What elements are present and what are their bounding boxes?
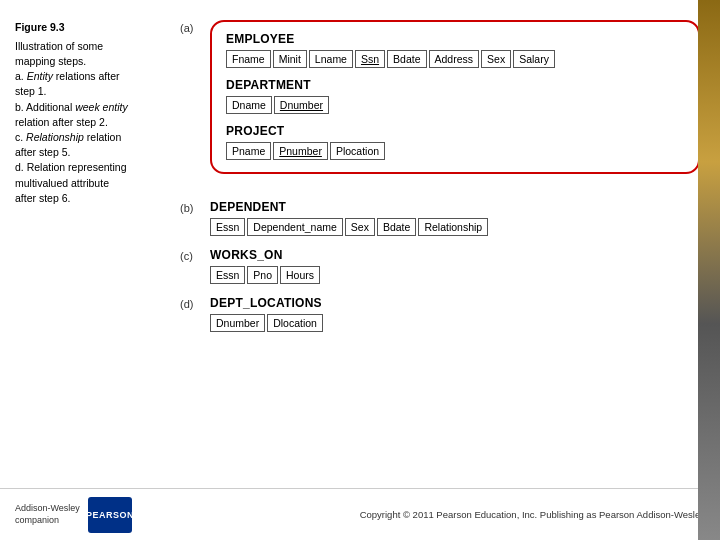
field-essn-c: Essn [210, 266, 245, 284]
figure-title: Figure 9.3 [15, 20, 160, 35]
dependent-title: DEPENDENT [210, 200, 700, 214]
field-pname: Pname [226, 142, 271, 160]
copyright-text: Copyright © 2011 Pearson Education, Inc.… [360, 509, 705, 520]
right-decorative-strip [698, 0, 720, 540]
section-b-schema: DEPENDENT Essn Dependent_name Sex Bdate … [210, 200, 700, 236]
dependent-fields: Essn Dependent_name Sex Bdate Relationsh… [210, 218, 700, 236]
field-sex: Sex [481, 50, 511, 68]
footer-left: Addison-Wesley companion PEARSON [15, 497, 132, 533]
project-title: PROJECT [226, 124, 684, 138]
main-content: Figure 9.3 Illustration of some mapping … [0, 0, 720, 488]
sidebar: Figure 9.3 Illustration of some mapping … [0, 10, 170, 478]
field-pnumber: Pnumber [273, 142, 328, 160]
field-essn-b: Essn [210, 218, 245, 236]
field-dnumber-d: Dnumber [210, 314, 265, 332]
field-bdate-b: Bdate [377, 218, 416, 236]
field-minit: Minit [273, 50, 307, 68]
footer: Addison-Wesley companion PEARSON Copyrig… [0, 488, 720, 540]
field-salary: Salary [513, 50, 555, 68]
section-b-label: (b) [180, 200, 210, 214]
project-schema: PROJECT Pname Pnumber Plocation [226, 124, 684, 160]
field-plocation: Plocation [330, 142, 385, 160]
section-c-schema: WORKS_ON Essn Pno Hours [210, 248, 700, 284]
field-dependent-name: Dependent_name [247, 218, 342, 236]
field-lname: Lname [309, 50, 353, 68]
employee-schema: EMPLOYEE Fname Minit Lname Ssn Bdate Add… [226, 32, 684, 68]
field-hours: Hours [280, 266, 320, 284]
pearson-logo: PEARSON [88, 497, 132, 533]
section-a-red-box: EMPLOYEE Fname Minit Lname Ssn Bdate Add… [210, 20, 700, 174]
section-d-label: (d) [180, 296, 210, 310]
field-dname: Dname [226, 96, 272, 114]
department-schema: DEPARTMENT Dname Dnumber [226, 78, 684, 114]
publisher-line1: Addison-Wesley [15, 503, 80, 515]
works-on-fields: Essn Pno Hours [210, 266, 700, 284]
dept-locations-fields: Dnumber Dlocation [210, 314, 700, 332]
department-title: DEPARTMENT [226, 78, 684, 92]
page-container: Figure 9.3 Illustration of some mapping … [0, 0, 720, 540]
field-relationship: Relationship [418, 218, 488, 236]
department-fields: Dname Dnumber [226, 96, 684, 114]
addison-text: Addison-Wesley companion [15, 503, 80, 526]
field-dlocation: Dlocation [267, 314, 323, 332]
field-bdate: Bdate [387, 50, 426, 68]
field-ssn: Ssn [355, 50, 385, 68]
section-a-row: (a) EMPLOYEE Fname Minit Lname Ssn Bdate… [180, 20, 700, 188]
section-b-row: (b) DEPENDENT Essn Dependent_name Sex Bd… [180, 200, 700, 236]
section-c-label: (c) [180, 248, 210, 262]
dept-locations-title: DEPT_LOCATIONS [210, 296, 700, 310]
works-on-title: WORKS_ON [210, 248, 700, 262]
field-sex-b: Sex [345, 218, 375, 236]
section-d-row: (d) DEPT_LOCATIONS Dnumber Dlocation [180, 296, 700, 332]
figure-caption: Illustration of some mapping steps. a. E… [15, 39, 160, 206]
field-fname: Fname [226, 50, 271, 68]
employee-title: EMPLOYEE [226, 32, 684, 46]
section-a-label: (a) [180, 20, 210, 34]
section-d-schema: DEPT_LOCATIONS Dnumber Dlocation [210, 296, 700, 332]
project-fields: Pname Pnumber Plocation [226, 142, 684, 160]
content-area: (a) EMPLOYEE Fname Minit Lname Ssn Bdate… [170, 10, 720, 478]
publisher-line2: companion [15, 515, 80, 527]
field-pno: Pno [247, 266, 278, 284]
employee-fields: Fname Minit Lname Ssn Bdate Address Sex … [226, 50, 684, 68]
section-c-row: (c) WORKS_ON Essn Pno Hours [180, 248, 700, 284]
field-dnumber: Dnumber [274, 96, 329, 114]
field-address: Address [429, 50, 480, 68]
pearson-label: PEARSON [86, 510, 134, 520]
